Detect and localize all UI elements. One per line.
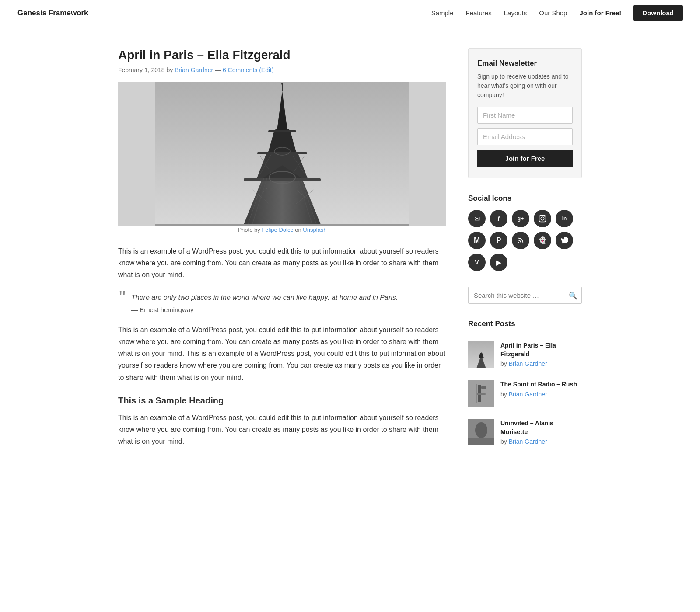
svg-point-29 — [518, 242, 519, 243]
recent-post-title-1: April in Paris – Ella Fitzgerald — [500, 341, 582, 358]
recent-post-2: The Spirit of Radio – Rush by Brian Gard… — [468, 374, 582, 413]
recent-post-1: April in Paris – Ella Fitzgerald by Bria… — [468, 335, 582, 374]
search-input[interactable] — [468, 287, 582, 304]
twitter-icon[interactable] — [556, 232, 573, 249]
nav-links: Sample Features Layouts Our Shop Join fo… — [431, 5, 682, 21]
newsletter-title: Email Newsletter — [477, 59, 573, 68]
svg-point-28 — [544, 216, 545, 217]
svg-point-27 — [541, 217, 544, 220]
post-author[interactable]: Brian Gardner — [175, 66, 213, 73]
photo-credit: Photo by Felipe Dolce on Unsplash — [118, 226, 446, 233]
post-meta: February 1, 2018 by Brian Gardner — 6 Co… — [118, 66, 446, 73]
facebook-icon[interactable]: f — [490, 210, 508, 227]
blockquote-mark: " — [119, 288, 126, 306]
blockquote-wrap: " There are only two places in the world… — [122, 292, 446, 313]
search-widget: 🔍 — [468, 287, 582, 304]
page-wrap: April in Paris – Ella Fitzgerald Februar… — [109, 26, 591, 494]
svg-point-24 — [281, 83, 283, 85]
sidebar: Email Newsletter Sign up to receive upda… — [468, 48, 582, 467]
svg-rect-26 — [539, 216, 546, 222]
svg-rect-25 — [155, 224, 409, 226]
recent-post-by-1: by Brian Gardner — [500, 360, 582, 367]
post-body-p2: This is an example of a WordPress post, … — [118, 324, 446, 383]
nav-sample[interactable]: Sample — [431, 9, 454, 17]
hero-image — [118, 82, 446, 226]
first-name-input[interactable] — [477, 107, 573, 124]
recent-post-title-3: Uninvited – Alanis Morisette — [500, 419, 582, 436]
recent-post-3: Uninvited – Alanis Morisette by Brian Ga… — [468, 413, 582, 452]
nav-layouts[interactable]: Layouts — [504, 9, 527, 17]
email-icon[interactable]: ✉ — [468, 210, 486, 227]
recent-posts-widget: Recent Posts April in — [468, 320, 582, 452]
photo-credit-prefix: Photo by — [238, 226, 262, 233]
photo-credit-source[interactable]: Unsplash — [303, 226, 326, 233]
svg-rect-40 — [477, 393, 486, 395]
nav-shop[interactable]: Our Shop — [539, 9, 567, 17]
recent-post-by-2: by Brian Gardner — [500, 391, 577, 398]
svg-point-43 — [475, 422, 487, 438]
svg-rect-44 — [468, 438, 494, 445]
recent-thumb-2 — [468, 380, 494, 407]
photo-credit-photographer[interactable]: Felipe Dolce — [262, 226, 293, 233]
search-icon-button[interactable]: 🔍 — [569, 291, 578, 299]
nav-bar: Genesis Framework Sample Features Layout… — [0, 0, 700, 26]
svg-rect-41 — [481, 386, 486, 389]
nav-join[interactable]: Join for Free! — [579, 9, 621, 17]
post-edit[interactable]: (Edit) — [259, 66, 273, 73]
svg-rect-6 — [244, 178, 321, 181]
section-heading: This is a Sample Heading — [118, 396, 446, 406]
social-icons-widget: Social Icons ✉ f g+ in M P 👻 V ▶ — [468, 194, 582, 271]
recent-thumb-3 — [468, 419, 494, 445]
post-comments[interactable]: 6 Comments — [223, 66, 257, 73]
pinterest-icon[interactable]: P — [490, 232, 508, 249]
blockquote-text: There are only two places in the world w… — [131, 292, 446, 303]
post-by: by — [167, 66, 175, 73]
vimeo-icon[interactable]: V — [468, 254, 486, 271]
join-button[interactable]: Join for Free — [477, 150, 573, 167]
google-plus-icon[interactable]: g+ — [512, 210, 529, 227]
recent-post-author-1[interactable]: Brian Gardner — [509, 360, 547, 367]
photo-credit-on: on — [294, 226, 303, 233]
hero-image-wrap: Photo by Felipe Dolce on Unsplash — [118, 82, 446, 233]
post-body: This is an example of a WordPress post, … — [118, 245, 446, 447]
post-date: February 1, 2018 — [118, 66, 165, 73]
youtube-icon[interactable]: ▶ — [490, 254, 508, 271]
instagram-icon[interactable] — [534, 210, 551, 227]
social-grid: ✉ f g+ in M P 👻 V ▶ — [468, 210, 582, 271]
main-column: April in Paris – Ella Fitzgerald Februar… — [118, 48, 446, 467]
newsletter-desc: Sign up to receive updates and to hear w… — [477, 72, 573, 100]
recent-post-author-3[interactable]: Brian Gardner — [509, 438, 547, 445]
svg-rect-36 — [477, 358, 486, 358]
post-dash: — — [215, 66, 223, 73]
recent-post-by-3: by Brian Gardner — [500, 438, 582, 445]
newsletter-widget: Email Newsletter Sign up to receive upda… — [468, 48, 582, 178]
post-body-p1: This is an example of a WordPress post, … — [118, 245, 446, 281]
site-logo: Genesis Framework — [18, 9, 88, 17]
nav-features[interactable]: Features — [466, 9, 492, 17]
post-title: April in Paris – Ella Fitzgerald — [118, 48, 446, 62]
linkedin-icon[interactable]: in — [556, 210, 573, 227]
recent-post-title-2: The Spirit of Radio – Rush — [500, 380, 577, 389]
recent-post-author-2[interactable]: Brian Gardner — [509, 391, 547, 398]
recent-thumb-1 — [468, 341, 494, 368]
rss-icon[interactable] — [512, 232, 529, 249]
nav-download[interactable]: Download — [634, 5, 682, 21]
email-input[interactable] — [477, 128, 573, 145]
blockquote-attribution: — Ernest hemingway — [131, 306, 446, 313]
recent-post-info-2: The Spirit of Radio – Rush by Brian Gard… — [500, 380, 577, 398]
svg-rect-8 — [268, 130, 296, 132]
svg-rect-39 — [476, 384, 477, 403]
recent-post-info-3: Uninvited – Alanis Morisette by Brian Ga… — [500, 419, 582, 445]
search-wrap: 🔍 — [468, 287, 582, 304]
snapchat-icon[interactable]: 👻 — [534, 232, 551, 249]
recent-posts-title: Recent Posts — [468, 320, 582, 328]
post-body-p3: This is an example of a WordPress post, … — [118, 412, 446, 448]
social-icons-title: Social Icons — [468, 194, 582, 203]
medium-icon[interactable]: M — [468, 232, 486, 249]
recent-post-info-1: April in Paris – Ella Fitzgerald by Bria… — [500, 341, 582, 367]
svg-rect-7 — [257, 152, 307, 154]
